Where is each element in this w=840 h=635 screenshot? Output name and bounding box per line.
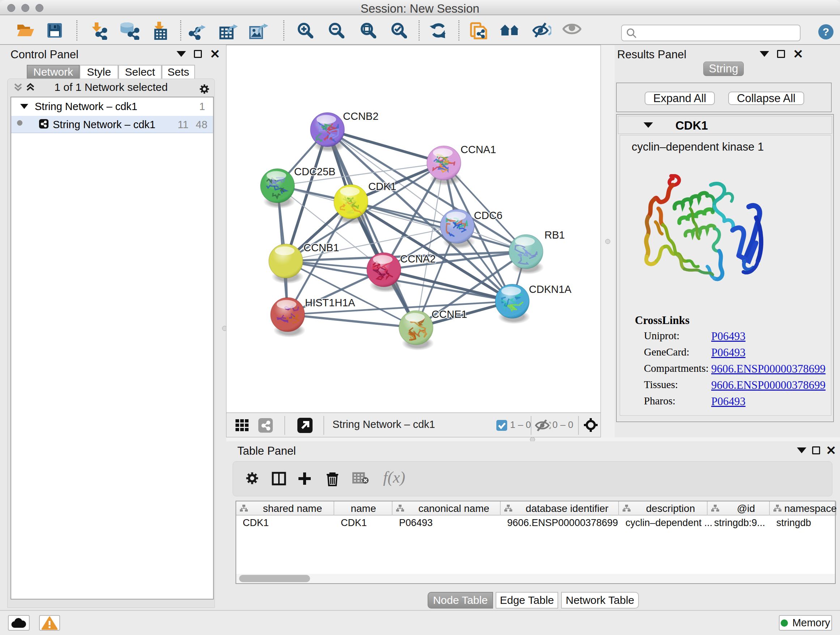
svg-text:CCNA2: CCNA2 bbox=[400, 253, 436, 264]
svg-text:CCNB1: CCNB1 bbox=[303, 242, 339, 253]
svg-text:CDC25B: CDC25B bbox=[294, 166, 335, 177]
svg-text:HIST1H1A: HIST1H1A bbox=[305, 297, 355, 309]
svg-text:CCNB2: CCNB2 bbox=[343, 111, 378, 122]
svg-text:CDK1: CDK1 bbox=[368, 181, 396, 192]
svg-text:RB1: RB1 bbox=[545, 229, 565, 241]
svg-text:CDKN1A: CDKN1A bbox=[529, 283, 572, 295]
svg-text:?: ? bbox=[823, 26, 829, 38]
svg-text:CCNA1: CCNA1 bbox=[461, 144, 496, 155]
svg-text:CCNE1: CCNE1 bbox=[431, 309, 467, 320]
svg-text:CDC6: CDC6 bbox=[474, 210, 502, 221]
